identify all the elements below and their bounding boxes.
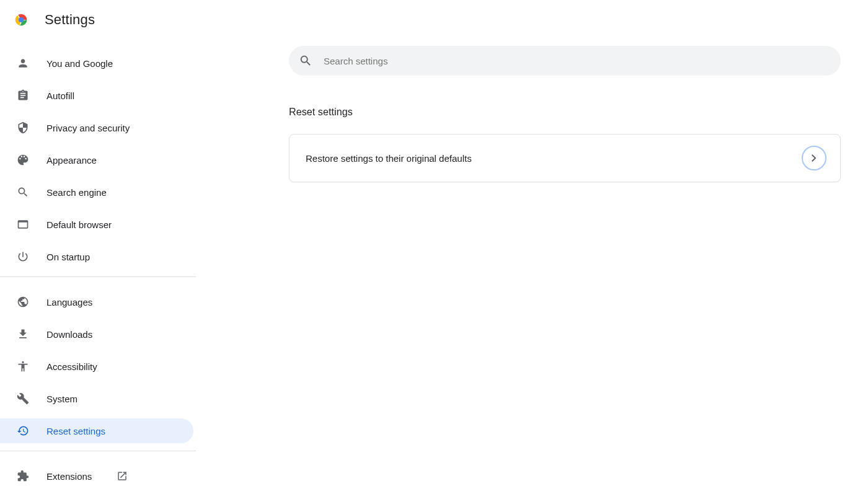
extension-icon bbox=[17, 470, 29, 482]
search-icon bbox=[299, 54, 312, 68]
divider bbox=[0, 276, 196, 277]
reset-icon bbox=[17, 425, 29, 437]
search-input[interactable] bbox=[324, 56, 831, 66]
restore-defaults-arrow-button[interactable] bbox=[802, 146, 826, 170]
chevron-right-icon bbox=[812, 154, 817, 162]
person-icon bbox=[17, 57, 29, 69]
sidebar-item-autofill[interactable]: Autofill bbox=[0, 83, 196, 108]
palette-icon bbox=[17, 154, 29, 166]
sidebar-item-label: Extensions bbox=[46, 471, 92, 482]
restore-defaults-card[interactable]: Restore settings to their original defau… bbox=[289, 134, 841, 182]
chrome-logo-icon bbox=[12, 11, 30, 29]
sidebar-item-label: System bbox=[46, 394, 78, 404]
shield-icon bbox=[17, 121, 29, 134]
browser-icon bbox=[17, 218, 29, 231]
sidebar-item-appearance[interactable]: Appearance bbox=[0, 148, 196, 172]
download-icon bbox=[17, 328, 29, 340]
header: Settings bbox=[0, 0, 868, 40]
sidebar-item-on-startup[interactable]: On startup bbox=[0, 244, 196, 269]
sidebar-item-system[interactable]: System bbox=[0, 386, 196, 411]
sidebar-item-search-engine[interactable]: Search engine bbox=[0, 180, 196, 205]
sidebar-item-downloads[interactable]: Downloads bbox=[0, 322, 196, 347]
globe-icon bbox=[17, 296, 29, 308]
sidebar-item-label: Search engine bbox=[46, 187, 107, 198]
power-icon bbox=[17, 250, 29, 263]
external-link-icon bbox=[117, 470, 128, 482]
sidebar-item-extensions[interactable]: Extensions bbox=[0, 464, 196, 488]
section-title: Reset settings bbox=[289, 107, 841, 118]
sidebar-item-label: Default browser bbox=[46, 219, 112, 230]
sidebar-item-label: Appearance bbox=[46, 155, 97, 166]
sidebar-item-label: You and Google bbox=[46, 58, 113, 69]
search-bar[interactable] bbox=[289, 46, 841, 76]
sidebar: You and Google Autofill Privacy and secu… bbox=[0, 40, 196, 499]
sidebar-item-label: On startup bbox=[46, 252, 90, 262]
sidebar-item-languages[interactable]: Languages bbox=[0, 289, 196, 314]
sidebar-item-label: Autofill bbox=[46, 91, 74, 101]
svg-point-2 bbox=[19, 18, 24, 22]
accessibility-icon bbox=[17, 360, 29, 373]
sidebar-item-label: Reset settings bbox=[46, 426, 105, 436]
clipboard-icon bbox=[17, 89, 29, 102]
divider bbox=[0, 451, 196, 451]
sidebar-item-you-and-google[interactable]: You and Google bbox=[0, 51, 196, 76]
sidebar-item-label: Privacy and security bbox=[46, 123, 130, 133]
sidebar-item-label: Languages bbox=[46, 297, 92, 307]
sidebar-item-default-browser[interactable]: Default browser bbox=[0, 212, 196, 237]
sidebar-item-label: Accessibility bbox=[46, 361, 97, 372]
restore-defaults-label: Restore settings to their original defau… bbox=[306, 153, 472, 164]
sidebar-item-privacy-security[interactable]: Privacy and security bbox=[0, 115, 196, 140]
main-content: Reset settings Restore settings to their… bbox=[196, 40, 868, 499]
search-icon bbox=[17, 186, 29, 198]
wrench-icon bbox=[17, 392, 29, 405]
sidebar-item-label: Downloads bbox=[46, 329, 92, 340]
sidebar-item-accessibility[interactable]: Accessibility bbox=[0, 354, 196, 379]
page-title: Settings bbox=[45, 12, 95, 28]
sidebar-item-reset-settings[interactable]: Reset settings bbox=[0, 418, 193, 443]
